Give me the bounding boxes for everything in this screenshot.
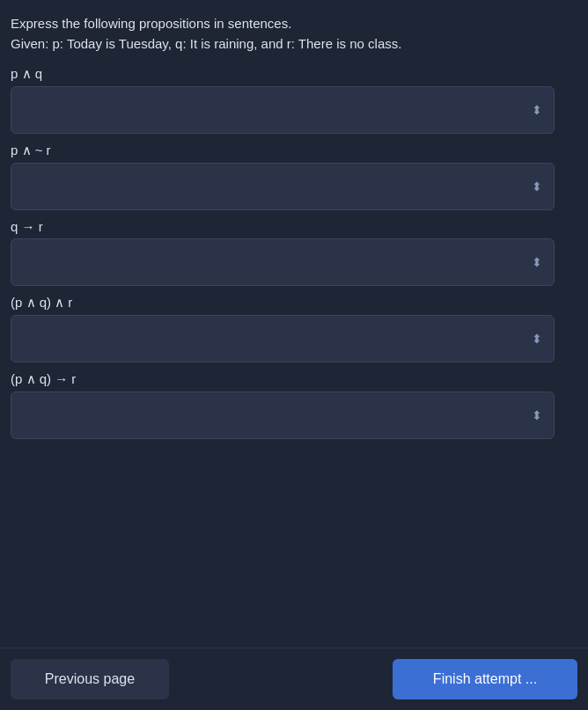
instruction-line2: Given: p: Today is Tuesday, q: It is rai… xyxy=(11,36,401,51)
footer: Previous page Finish attempt ... xyxy=(0,648,588,710)
select-input-3[interactable]: If it is raining, then there is no class… xyxy=(11,238,555,286)
select-input-5[interactable]: If today is Tuesday and it is raining, t… xyxy=(11,392,555,439)
question-label-3: q → r xyxy=(11,219,577,234)
select-wrapper-3: If it is raining, then there is no class… xyxy=(11,238,555,286)
main-content: Express the following propositions in se… xyxy=(0,0,588,648)
select-input-4[interactable]: Today is Tuesday, it is raining, and the… xyxy=(11,315,555,362)
select-input-2[interactable]: Today is Tuesday and it is not raining. … xyxy=(11,163,555,210)
question-block-5: (p ∧ q) → r If today is Tuesday and it i… xyxy=(11,371,577,439)
select-wrapper-4: Today is Tuesday, it is raining, and the… xyxy=(11,315,555,362)
question-block-3: q → r If it is raining, then there is no… xyxy=(11,219,577,286)
question-label-1: p ∧ q xyxy=(11,66,577,82)
question-block-4: (p ∧ q) ∧ r Today is Tuesday, it is rain… xyxy=(11,295,577,362)
previous-page-button[interactable]: Previous page xyxy=(11,659,169,699)
select-input-1[interactable]: Today is Tuesday and it is raining. Toda… xyxy=(11,86,555,134)
select-wrapper-5: If today is Tuesday and it is raining, t… xyxy=(11,392,555,439)
instructions: Express the following propositions in se… xyxy=(11,14,577,54)
instruction-line1: Express the following propositions in se… xyxy=(11,16,291,31)
question-block-1: p ∧ q Today is Tuesday and it is raining… xyxy=(11,66,577,134)
question-label-5: (p ∧ q) → r xyxy=(11,371,577,387)
select-wrapper-2: Today is Tuesday and it is not raining. … xyxy=(11,163,555,210)
question-label-4: (p ∧ q) ∧ r xyxy=(11,295,577,311)
finish-attempt-button[interactable]: Finish attempt ... xyxy=(393,659,577,699)
question-label-2: p ∧ ~ r xyxy=(11,143,577,158)
question-block-2: p ∧ ~ r Today is Tuesday and it is not r… xyxy=(11,143,577,210)
select-wrapper-1: Today is Tuesday and it is raining. Toda… xyxy=(11,86,555,134)
